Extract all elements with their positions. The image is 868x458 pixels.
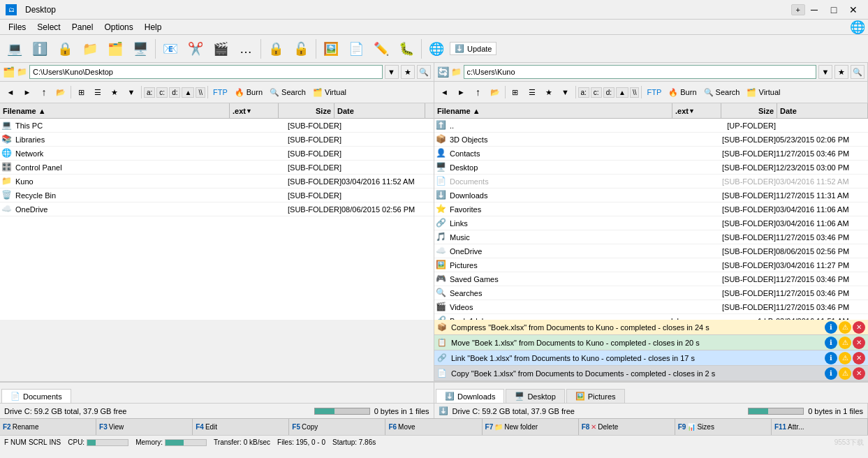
op-info-btn4[interactable]: ℹ bbox=[825, 367, 837, 380]
table-row[interactable]: 🔗 Links [SUB-FOLDER] 03/04/2016 11:06 AM bbox=[434, 216, 868, 230]
tb-edit-btn[interactable]: ✏️ bbox=[369, 37, 393, 61]
fkey-f5[interactable]: F5 Copy bbox=[289, 419, 385, 435]
table-row[interactable]: 📚 Libraries [SUB-FOLDER] bbox=[0, 133, 434, 147]
tb-image-btn[interactable]: 🖼️ bbox=[319, 37, 343, 61]
table-row[interactable]: 🗑️ Recycle Bin [SUB-FOLDER] bbox=[0, 189, 434, 202]
help-icon[interactable]: 🌐 bbox=[850, 20, 865, 35]
fkey-f3[interactable]: F3 View bbox=[96, 419, 193, 435]
right-addr-search[interactable]: 🔍 bbox=[851, 65, 865, 79]
left-addr-star[interactable]: ★ bbox=[401, 65, 415, 79]
left-addr-dropdown[interactable]: ▼ bbox=[385, 65, 399, 79]
right-view2-btn[interactable]: ☰ bbox=[524, 84, 540, 100]
left-col-date[interactable]: Date bbox=[334, 103, 425, 118]
table-row[interactable]: 📁 Kuno [SUB-FOLDER] 03/04/2016 11:52 AM bbox=[0, 175, 434, 189]
left-drive-d[interactable]: d: bbox=[169, 87, 180, 98]
tb-folder2-btn[interactable]: 🗂️ bbox=[103, 37, 127, 61]
right-col-ext[interactable]: .ext ▼ bbox=[672, 103, 721, 118]
table-row[interactable]: ☁️ OneDrive [SUB-FOLDER] 08/06/2015 02:5… bbox=[434, 244, 868, 258]
tab-pictures[interactable]: 🖼️ Pictures bbox=[566, 389, 625, 403]
menu-panel[interactable]: Panel bbox=[66, 21, 99, 34]
right-ftp-btn[interactable]: FTP bbox=[644, 84, 664, 100]
table-row[interactable]: 🖥️ Desktop [SUB-FOLDER] 12/23/2015 03:00… bbox=[434, 161, 868, 175]
left-fav-btn[interactable]: ★ bbox=[107, 84, 122, 100]
maximize-button[interactable]: □ bbox=[825, 3, 843, 17]
right-drive-d[interactable]: d: bbox=[603, 87, 615, 98]
left-back-btn[interactable]: ◄ bbox=[3, 84, 18, 100]
tb-computer-btn[interactable]: 💻 bbox=[3, 37, 27, 61]
left-up-btn[interactable]: ↑ bbox=[36, 84, 52, 100]
right-burn-btn[interactable]: 🔥 Burn bbox=[665, 84, 699, 100]
left-address-input[interactable] bbox=[29, 65, 383, 79]
op-warn-btn2[interactable]: ⚠ bbox=[839, 337, 851, 349]
tb-globe-btn[interactable]: 🌐 bbox=[425, 37, 448, 61]
tb-lock-btn[interactable]: 🔒 bbox=[53, 37, 77, 61]
tb-debug-btn[interactable]: 🐛 bbox=[395, 37, 418, 61]
left-col-size[interactable]: Size bbox=[279, 103, 334, 118]
fkey-f9[interactable]: F9 📊 Sizes bbox=[675, 419, 772, 435]
left-view-dd-btn[interactable]: ▼ bbox=[124, 84, 139, 100]
right-col-size[interactable]: Size bbox=[721, 103, 777, 118]
update-button[interactable]: ⬇️ Update bbox=[450, 42, 496, 55]
new-tab-button[interactable]: + bbox=[791, 4, 805, 15]
right-virtual-btn[interactable]: 🗂️ Virtual bbox=[744, 84, 783, 100]
fkey-f8[interactable]: F8 ✕ Delete bbox=[579, 419, 675, 435]
menu-select[interactable]: Select bbox=[31, 21, 66, 34]
fkey-f7[interactable]: F7 📁 New folder bbox=[483, 419, 579, 435]
fkey-f4[interactable]: F4 Edit bbox=[193, 419, 289, 435]
menu-options[interactable]: Options bbox=[98, 21, 138, 34]
op-info-btn[interactable]: ℹ bbox=[825, 321, 837, 334]
left-virtual-btn[interactable]: 🗂️ Virtual bbox=[310, 84, 349, 100]
table-row[interactable]: 🔗 Boek 1.lnk lnk 1 kB 03/04/2016 11:51 A… bbox=[434, 314, 868, 320]
tb-folder-btn[interactable]: 📁 bbox=[78, 37, 102, 61]
right-addr-dropdown[interactable]: ▼ bbox=[818, 65, 832, 79]
table-row[interactable]: 🎬 Videos [SUB-FOLDER] 11/27/2015 03:46 P… bbox=[434, 300, 868, 314]
op-info-btn3[interactable]: ℹ bbox=[825, 352, 837, 364]
table-row[interactable]: 📦 3D Objects [SUB-FOLDER] 05/23/2015 02:… bbox=[434, 133, 868, 147]
tb-info-btn[interactable]: ℹ️ bbox=[28, 37, 52, 61]
left-ftp-btn[interactable]: FTP bbox=[210, 84, 230, 100]
tb-film-btn[interactable]: 🎬 bbox=[209, 37, 233, 61]
close-button[interactable]: ✕ bbox=[844, 3, 862, 17]
menu-files[interactable]: Files bbox=[3, 21, 31, 34]
left-addr-search[interactable]: 🔍 bbox=[417, 65, 431, 79]
right-address-input[interactable] bbox=[464, 65, 817, 79]
tb-monitor-btn[interactable]: 🖥️ bbox=[128, 37, 152, 61]
table-row[interactable]: ☁️ OneDrive [SUB-FOLDER] 08/06/2015 02:5… bbox=[0, 202, 434, 216]
right-view1-btn[interactable]: ⊞ bbox=[508, 84, 523, 100]
right-forward-btn[interactable]: ► bbox=[454, 84, 469, 100]
right-col-filename[interactable]: Filename ▲ bbox=[434, 103, 672, 118]
table-row[interactable]: 👤 Contacts [SUB-FOLDER] 11/27/2015 03:46… bbox=[434, 147, 868, 161]
tab-documents[interactable]: 📄 Documents bbox=[1, 389, 71, 403]
left-view2-btn[interactable]: ☰ bbox=[90, 84, 105, 100]
table-row[interactable]: 🎵 Music [SUB-FOLDER] 11/27/2015 03:46 PM bbox=[434, 230, 868, 244]
tb-cut-btn[interactable]: ✂️ bbox=[184, 37, 207, 61]
tb-more-btn[interactable]: … bbox=[234, 37, 258, 61]
table-row[interactable]: 📄 Documents [SUB-FOLDER] 03/04/2016 11:5… bbox=[434, 175, 868, 189]
left-file-list[interactable]: 💻 This PC [SUB-FOLDER] 📚 Libraries [SUB-… bbox=[0, 119, 434, 320]
right-drive-net[interactable]: \\ bbox=[630, 87, 640, 98]
right-drive-c[interactable]: c: bbox=[591, 87, 602, 98]
tb-lockopen-btn[interactable]: 🔒 bbox=[264, 37, 288, 61]
left-burn-btn[interactable]: 🔥 Burn bbox=[232, 84, 265, 100]
right-up-btn[interactable]: ↑ bbox=[471, 84, 486, 100]
op-close-btn3[interactable]: ✕ bbox=[853, 352, 865, 364]
table-row[interactable]: 🖼️ Pictures [SUB-FOLDER] 03/04/2016 11:2… bbox=[434, 258, 868, 272]
left-drive-c[interactable]: c: bbox=[156, 87, 168, 98]
table-row[interactable]: 🎛️ Control Panel [SUB-FOLDER] bbox=[0, 161, 434, 175]
table-row[interactable]: ⬇️ Downloads [SUB-FOLDER] 11/27/2015 11:… bbox=[434, 189, 868, 202]
tb-email-btn[interactable]: 📧 bbox=[159, 37, 182, 61]
op-warn-btn3[interactable]: ⚠ bbox=[839, 352, 851, 364]
table-row[interactable]: 💻 This PC [SUB-FOLDER] bbox=[0, 119, 434, 133]
right-drive-a[interactable]: a: bbox=[578, 87, 589, 98]
left-search-btn[interactable]: 🔍 Search bbox=[267, 84, 309, 100]
fkey-f6[interactable]: F6 Move bbox=[385, 419, 482, 435]
left-drive-a[interactable]: a: bbox=[144, 87, 155, 98]
minimize-button[interactable]: ─ bbox=[805, 3, 823, 17]
op-warn-btn[interactable]: ⚠ bbox=[839, 321, 851, 334]
tb-doc-btn[interactable]: 📄 bbox=[344, 37, 368, 61]
table-row[interactable]: 🔍 Searches [SUB-FOLDER] 11/27/2015 03:46… bbox=[434, 286, 868, 300]
op-close-btn2[interactable]: ✕ bbox=[853, 337, 865, 349]
right-drive-root[interactable]: ▲ bbox=[616, 87, 628, 98]
op-close-btn4[interactable]: ✕ bbox=[853, 367, 865, 380]
op-close-btn[interactable]: ✕ bbox=[853, 321, 865, 334]
